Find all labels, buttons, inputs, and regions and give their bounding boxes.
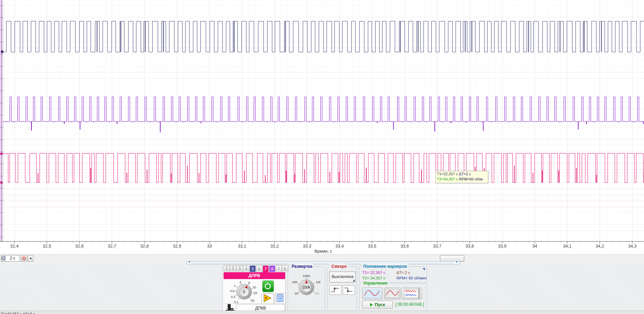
tooltip-t1: T1=32,357 с <box>437 172 458 176</box>
trigger-falling-edge-button[interactable] <box>343 285 355 295</box>
test-triangle-icon <box>262 293 273 303</box>
tab-channel-7[interactable]: 7 <box>263 265 269 272</box>
svg-text:0,2: 0,2 <box>231 295 235 299</box>
tab-channel-2[interactable]: 2 <box>230 265 236 272</box>
gain-knob[interactable]: 50,10,20,5125102050 <box>224 279 261 303</box>
svg-text:33,4: 33,4 <box>336 244 344 249</box>
svg-text:34: 34 <box>532 244 537 249</box>
svg-text:33,2: 33,2 <box>270 244 279 249</box>
marker-tooltip: T1=32,357 с ΔT=2 с T2=34,357 с RPM=60 об… <box>435 171 488 183</box>
tab-channel-4[interactable]: 4 <box>243 265 249 272</box>
control-panel: Управление <box>359 283 427 312</box>
oscilloscope-app: 32,432,532,632,732,832,93333,133,233,333… <box>0 0 644 314</box>
svg-text:0,5: 0,5 <box>230 289 234 293</box>
test-signal-button[interactable] <box>262 293 274 304</box>
single-sine-icon <box>363 288 382 299</box>
svg-text:34,3: 34,3 <box>628 244 636 249</box>
svg-text:50: 50 <box>251 299 255 302</box>
markers-panel-title: Положение маркеров <box>362 264 408 269</box>
svg-text:0,1: 0,1 <box>234 300 238 303</box>
play-icon <box>370 303 373 306</box>
waveform-canvas[interactable]: 32,432,532,632,732,832,93333,133,233,333… <box>0 0 644 254</box>
svg-text:33,3: 33,3 <box>303 244 311 249</box>
sweep-panel-title: Развертка <box>290 264 314 269</box>
tab-channel-6[interactable]: 6 <box>256 265 262 272</box>
svg-text:32,4: 32,4 <box>10 244 18 249</box>
svg-text:5: 5 <box>248 281 250 285</box>
svg-text:32,8: 32,8 <box>140 244 149 249</box>
sync-panel: Синхро Выключена <box>327 266 357 312</box>
recording-timer: [ 00:00:49:046 ] <box>395 302 424 307</box>
svg-text:2: 2 <box>239 280 241 284</box>
svg-text:33,5: 33,5 <box>368 244 376 249</box>
plus-circle-icon <box>21 255 27 261</box>
zoom-in-button[interactable] <box>21 255 27 262</box>
tab-channel-T[interactable]: T <box>276 265 282 272</box>
start-button[interactable]: Пуск <box>362 301 393 309</box>
channel-settings-card: 12345678TE ДПРВ 50,10,20,5125102050 <box>223 265 286 312</box>
tooltip-rpm: RPM=60 об/м <box>459 177 483 181</box>
svg-text:Время, с: Время, с <box>315 249 332 254</box>
tab-channel-1[interactable]: 1 <box>224 265 230 272</box>
calculator-button[interactable] <box>275 293 286 304</box>
marker-t2-value: T2= 34,357 с <box>362 276 385 280</box>
svg-text:33,9: 33,9 <box>498 244 506 249</box>
marker-t1-value: T1= 32,357 с <box>362 271 385 275</box>
start-button-label: Пуск <box>375 302 385 307</box>
trigger-rising-edge-button[interactable] <box>329 285 342 295</box>
channel-tabs: 12345678TE <box>224 265 285 272</box>
sweep-rate-knob[interactable]: 100K100K10K1M1K6M <box>288 269 325 308</box>
recorder-icon <box>402 288 422 299</box>
svg-text:1: 1 <box>234 284 236 287</box>
svg-text:5: 5 <box>243 290 245 294</box>
sweep-window-display: 2 с <box>5 255 20 262</box>
dropdown-corner-icon <box>353 279 355 281</box>
tab-channel-3[interactable]: 3 <box>237 265 243 272</box>
dashed-sine-icon <box>384 288 400 299</box>
svg-text:100K: 100K <box>302 285 311 289</box>
tab-channel-5[interactable]: 5 <box>250 265 256 272</box>
svg-text:32,7: 32,7 <box>108 244 116 249</box>
svg-text:32,9: 32,9 <box>173 244 181 249</box>
svg-text:33,6: 33,6 <box>401 244 409 249</box>
splitter-collapse-right-icon[interactable]: ▼ <box>455 261 458 264</box>
svg-text:33,7: 33,7 <box>433 244 441 249</box>
sync-mode-dropdown[interactable]: Выключена <box>329 272 356 282</box>
marker-dt-value: ΔT= 2 с <box>396 271 410 275</box>
tab-channel-8[interactable]: 8 <box>269 265 275 272</box>
svg-text:33,8: 33,8 <box>466 244 474 249</box>
calculator-icon <box>275 293 285 303</box>
svg-text:100K: 100K <box>303 274 311 278</box>
panel-splitter[interactable]: ▼ ▼ <box>187 261 460 264</box>
channel-name-header: ДПРВ <box>224 272 285 279</box>
blank-button[interactable] <box>440 255 464 262</box>
status-bar: T1=32,357 с ΔT=2 с <box>0 311 644 314</box>
svg-text:1M: 1M <box>316 280 320 284</box>
pan-left-button[interactable]: ◄ <box>28 255 33 262</box>
splitter-collapse-left-icon[interactable]: ▼ <box>188 261 191 264</box>
single-capture-mode-button[interactable] <box>362 288 382 299</box>
svg-text:1K: 1K <box>294 291 299 295</box>
control-panel-strip: 12345678TE ДПРВ 50,10,20,5125102050 <box>0 264 644 311</box>
marker-position-panel: Положение маркеров T1= 32,357 с ΔT= 2 с … <box>359 266 427 282</box>
svg-text:33,1: 33,1 <box>238 244 246 249</box>
rising-edge-icon <box>330 286 341 294</box>
continuous-capture-mode-button[interactable] <box>384 288 401 299</box>
control-panel-title: Управление <box>362 281 389 286</box>
tooltip-t2: T2=34,357 с <box>437 177 458 181</box>
panel-grip-icon[interactable] <box>422 268 425 271</box>
channel-power-button[interactable] <box>262 280 274 292</box>
sweep-panel: Развертка 100K100K10K1M1K6M <box>288 266 325 312</box>
svg-text:6M: 6M <box>315 291 319 295</box>
svg-text:10K: 10K <box>292 280 298 284</box>
svg-text:10: 10 <box>253 285 256 289</box>
falling-edge-icon <box>343 286 354 294</box>
recorder-mode-button[interactable] <box>402 288 422 299</box>
svg-text:32,6: 32,6 <box>75 244 84 249</box>
sync-panel-title: Синхро <box>330 264 348 269</box>
splitter-dots <box>191 263 454 263</box>
waveform-plot-area[interactable]: 32,432,532,632,732,832,93333,133,233,333… <box>0 0 644 254</box>
status-bar-text: T1=32,357 с ΔT=2 с <box>1 312 644 314</box>
svg-text:32,5: 32,5 <box>43 244 51 249</box>
power-icon <box>263 281 273 291</box>
